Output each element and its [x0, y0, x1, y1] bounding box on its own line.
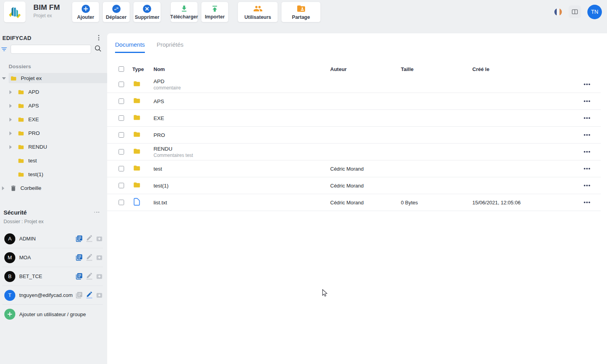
import-button-label: Importer	[205, 14, 225, 20]
copy-permissions-button[interactable]	[75, 273, 83, 280]
language-flag-icon[interactable]	[554, 8, 562, 16]
tree-item-apd[interactable]: APD	[0, 85, 107, 99]
filter-icon[interactable]	[1, 46, 7, 53]
folder-icon	[132, 131, 141, 138]
inherit-permissions-button[interactable]	[96, 273, 103, 280]
row-menu-button[interactable]	[584, 166, 601, 172]
row-checkbox[interactable]	[119, 82, 124, 87]
share-button[interactable]: Partage	[281, 2, 321, 22]
row-checkbox[interactable]	[119, 166, 124, 171]
column-header-nom: Nom	[154, 66, 330, 72]
folder-icon	[132, 147, 141, 155]
delete-button[interactable]: Supprimer	[133, 2, 161, 22]
row-menu-button[interactable]	[584, 199, 601, 206]
edit-permissions-button[interactable]	[86, 235, 93, 242]
add-user-button-label: Ajouter un utilisateur / groupe	[19, 311, 86, 317]
table-row-rendu[interactable]: RENDUCommentaires test	[107, 144, 601, 160]
copy-permissions-button[interactable]	[75, 235, 83, 242]
table-row-aps[interactable]: APS	[107, 93, 601, 110]
row-checkbox[interactable]	[119, 200, 124, 205]
inherit-permissions-button[interactable]	[96, 292, 103, 299]
folder-type-icon	[132, 164, 154, 173]
folder-icon	[132, 114, 141, 121]
add-user-button[interactable]: Ajouter un utilisateur / groupe	[2, 305, 103, 324]
split-view-button[interactable]	[569, 5, 581, 18]
user-avatar[interactable]: TN	[587, 5, 602, 19]
inherit-permissions-button[interactable]	[96, 254, 103, 261]
tab-proprietes[interactable]: Propriétés	[157, 41, 183, 53]
caret-right-icon[interactable]	[9, 90, 17, 94]
tree-item-test-1[interactable]: test(1)	[0, 167, 107, 181]
document-size: 0 Bytes	[401, 200, 472, 206]
tree-item-label: test	[28, 158, 37, 164]
inherit-permissions-icon	[96, 292, 103, 299]
row-checkbox[interactable]	[119, 115, 124, 121]
tree-item-exe[interactable]: EXE	[0, 113, 107, 126]
edit-permissions-button[interactable]	[86, 254, 93, 261]
share-button-label: Partage	[292, 15, 310, 20]
row-menu-button[interactable]	[584, 149, 601, 155]
tree-item-corbeille[interactable]: Corbeille	[0, 181, 107, 195]
tree-item-pro[interactable]: PRO	[0, 126, 107, 140]
folder-type-icon	[132, 80, 154, 89]
row-menu-button[interactable]	[584, 182, 601, 189]
users-button[interactable]: Utilisateurs	[238, 2, 278, 22]
tree-item-rendu[interactable]: RENDU	[0, 140, 107, 154]
security-menu-button[interactable]	[94, 212, 99, 213]
column-header-taille: Taille	[401, 66, 472, 72]
caret-right-icon[interactable]	[9, 104, 17, 108]
table-row-test-1[interactable]: test(1)Cédric Morand	[107, 177, 601, 194]
table-row-pro[interactable]: PRO	[107, 127, 601, 144]
topbar: BIM FM Projet ex Ajouter Déplacer Suppri…	[0, 0, 607, 33]
tab-documents[interactable]: Documents	[115, 41, 145, 53]
user-name: BET_TCE	[19, 273, 42, 279]
edit-permissions-button[interactable]	[86, 273, 93, 280]
table-row-exe[interactable]: EXE	[107, 110, 601, 127]
folder-icon	[17, 130, 25, 136]
user-name: ADMIN	[19, 236, 36, 242]
caret-right-icon[interactable]	[9, 145, 17, 149]
add-button[interactable]: Ajouter	[72, 2, 99, 22]
row-checkbox[interactable]	[119, 98, 124, 104]
folder-icon	[132, 97, 141, 104]
search-input[interactable]	[11, 45, 91, 54]
select-all-checkbox[interactable]	[119, 66, 124, 72]
sidebar-menu-button[interactable]	[95, 34, 102, 41]
download-button[interactable]: Télécharger	[170, 2, 198, 22]
tab-bar: Documents Propriétés	[107, 33, 607, 53]
row-menu-button[interactable]	[584, 81, 601, 87]
table-row-test[interactable]: testCédric Morand	[107, 160, 601, 177]
move-button[interactable]: Déplacer	[102, 2, 130, 22]
tree-item-aps[interactable]: APS	[0, 99, 107, 113]
copy-permissions-button[interactable]	[75, 291, 83, 299]
document-created: 15/06/2021, 12:05:06	[472, 200, 584, 206]
row-checkbox[interactable]	[119, 149, 124, 155]
document-name: RENDU	[154, 146, 330, 152]
folder-type-icon	[132, 97, 154, 106]
search-icon[interactable]	[94, 45, 102, 52]
download-button-label: Télécharger	[170, 14, 198, 20]
row-menu-button[interactable]	[584, 115, 601, 121]
caret-down-icon[interactable]	[2, 77, 10, 80]
caret-right-icon[interactable]	[2, 186, 10, 190]
row-menu-button[interactable]	[584, 98, 601, 104]
table-row-apd[interactable]: APDcommentaire	[107, 76, 601, 93]
tree-item-label: APD	[28, 89, 39, 95]
copy-permissions-icon	[75, 235, 83, 242]
caret-right-icon[interactable]	[9, 118, 17, 122]
caret-right-icon[interactable]	[9, 131, 17, 135]
security-user-row-moa: MMOA	[2, 248, 103, 267]
swap-circle-icon	[112, 4, 121, 13]
import-button[interactable]: Importer	[201, 2, 229, 22]
row-checkbox[interactable]	[119, 183, 124, 188]
table-row-list-txt[interactable]: list.txtCédric Morand0 Bytes15/06/2021, …	[107, 194, 601, 211]
split-view-icon	[571, 8, 579, 16]
row-checkbox[interactable]	[119, 132, 124, 138]
tree-item-projet-ex[interactable]: Projet ex	[0, 71, 107, 85]
inherit-permissions-button[interactable]	[96, 235, 103, 242]
copy-permissions-button[interactable]	[75, 254, 83, 261]
document-author: Cédric Morand	[330, 200, 401, 206]
edit-permissions-button[interactable]	[86, 291, 93, 299]
row-menu-button[interactable]	[584, 132, 601, 138]
tree-item-test[interactable]: test	[0, 154, 107, 167]
